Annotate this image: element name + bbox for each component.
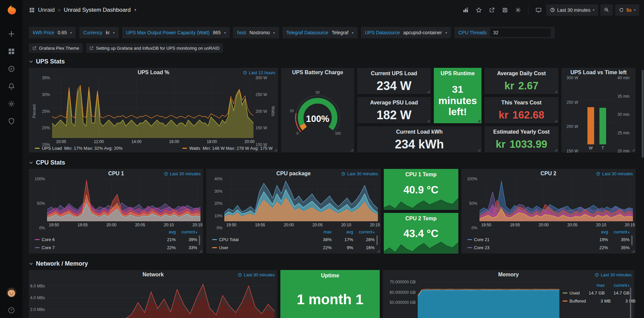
zoom-out-button[interactable] (600, 4, 613, 16)
panel-title[interactable]: Average PSU Load (357, 97, 431, 107)
section-header-network-memory[interactable]: Network / Memory (29, 260, 644, 267)
legend-series-name[interactable]: CPU Total (219, 237, 310, 242)
legend-column-max[interactable]: max (310, 229, 332, 234)
legend-row: Core 2119%35% (467, 235, 630, 243)
panel-time-range[interactable]: Last 30 minutes (596, 169, 633, 178)
panel-time-range[interactable]: Last 30 minutes (595, 270, 632, 279)
tv-mode-button[interactable] (533, 5, 544, 15)
panel-title[interactable]: UPS Load vs Time left (570, 70, 627, 76)
plot-area[interactable] (580, 78, 615, 144)
legend-series-name[interactable]: User (219, 245, 310, 250)
variable-ups-datasource[interactable]: UPS Datasourceapcupsd-container▾ (361, 27, 451, 38)
panel-title[interactable]: UPS Load % (138, 70, 169, 76)
section-header-ups[interactable]: UPS Stats (29, 58, 644, 65)
legend-column-avg[interactable]: avg (154, 229, 176, 234)
panel-title[interactable]: CPU package (276, 171, 311, 177)
legend-scrollbar[interactable] (199, 235, 200, 251)
plot-area[interactable] (52, 78, 254, 138)
panel-title[interactable]: UPS Runtime (434, 68, 481, 78)
share-dashboard-button[interactable] (487, 5, 497, 15)
page-scrollbar-thumb[interactable] (642, 70, 644, 158)
panel-title[interactable]: Current Load kWh (357, 126, 481, 136)
legend-series-name[interactable]: Core 23 (474, 245, 587, 250)
panel-title[interactable]: Uptime (280, 270, 380, 280)
cpu-package-chart: 40%30%20%10%0%19:5019:5520:0020:0520:102… (206, 178, 380, 254)
sidebar-configuration-gear-icon[interactable] (7, 99, 16, 108)
panel-title[interactable]: This Years Cost (485, 97, 558, 107)
save-dashboard-button[interactable] (500, 5, 510, 15)
help-icon[interactable]: ? (7, 306, 16, 315)
legend-scrollbar[interactable] (631, 235, 633, 251)
legend-column-max[interactable]: max (580, 283, 605, 288)
legend-header: maxavgcurrent▾ (212, 228, 374, 235)
add-panel-button[interactable] (460, 5, 471, 15)
variable-host[interactable]: hostNostromo▾ (233, 27, 279, 38)
time-range-picker[interactable]: Last 30 minutes ▾ (546, 4, 598, 16)
plot-area[interactable] (479, 179, 633, 221)
sidebar-admin-shield-icon[interactable] (7, 117, 16, 126)
panel-title[interactable]: Current UPS Load (357, 68, 431, 78)
legend-series-name[interactable]: Core 21 (474, 237, 587, 242)
legend-column-current[interactable]: current▾ (605, 283, 630, 288)
variable-telegraf-datasource[interactable]: Telegraf DatasourceTelegraf▾ (282, 27, 358, 38)
x-tick: 14:00 (131, 139, 141, 144)
dashboard-link[interactable]: Setting up Grafana and InfluxDB for UPS … (86, 43, 223, 53)
user-avatar[interactable] (6, 287, 17, 298)
legend-series-name[interactable]: Watts (189, 146, 200, 151)
panel-time-range[interactable]: Last 30 minutes (164, 169, 201, 178)
refresh-controls[interactable]: 5s ▾ (615, 4, 639, 16)
legend-column-current[interactable]: current▾ (608, 229, 630, 234)
legend-series-name[interactable]: Buffered (569, 299, 586, 304)
star-dashboard-button[interactable] (473, 5, 484, 15)
chevron-down-icon[interactable]: ▾ (134, 8, 136, 12)
dashboard-settings-button[interactable] (513, 5, 523, 15)
y-axis-left: 70.000000 GB60.000000 GB50.000000 GB (385, 280, 418, 318)
dashboard-link[interactable]: Grafana Plex Theme (29, 43, 83, 53)
plot-area[interactable] (47, 280, 275, 318)
plot-area[interactable] (47, 179, 200, 221)
sidebar-alerting-icon[interactable] (7, 82, 16, 91)
breadcrumb-folder[interactable]: Unraid (38, 7, 55, 13)
legend-series-name[interactable]: Core 7 (42, 245, 154, 250)
variable-input[interactable] (490, 28, 551, 37)
legend-scrollbar[interactable] (630, 287, 631, 318)
panel-title[interactable]: CPU 2 (541, 171, 556, 177)
page-scrollbar (642, 20, 644, 317)
legend-column-current[interactable]: current▾ (176, 229, 197, 234)
panel-title[interactable]: CPU 1 Temp (384, 169, 458, 179)
panel-title[interactable]: CPU 1 (108, 171, 124, 177)
stat-value: 234 W (376, 79, 411, 93)
grafana-logo[interactable] (5, 3, 18, 17)
panel-title[interactable]: Memory (498, 272, 519, 278)
panel-time-range[interactable]: Last 30 minutes (238, 270, 275, 279)
x-tick: 20:15 (370, 223, 380, 227)
variable-currency[interactable]: Currencykr▾ (79, 27, 119, 38)
legend-column-avg[interactable]: avg (587, 229, 608, 234)
panel-title[interactable]: Average Daily Cost (485, 68, 558, 78)
panel-time-range[interactable]: Last 30 minutes (341, 169, 378, 178)
y-tick: 35 min (617, 94, 630, 99)
panel-title[interactable]: Network (142, 272, 164, 278)
star-icon (476, 7, 482, 13)
plot-area[interactable] (418, 280, 559, 318)
sidebar-create-icon[interactable] (7, 30, 16, 38)
variable-kwh-price[interactable]: kWh Price0.65▾ (29, 27, 76, 38)
legend-series-name[interactable]: Core 6 (42, 237, 154, 242)
legend-series-name[interactable]: Used (569, 290, 580, 296)
variable-cpu-threads[interactable]: CPU Threads (454, 27, 555, 38)
legend-column-avg[interactable]: avg (332, 229, 353, 234)
panel-title[interactable]: Estimated Yearly Cost (485, 126, 558, 136)
variable-ups-max-output-power-capacity-watt-[interactable]: UPS Max Output Power Capacity (Watt)865▾ (122, 27, 230, 38)
panel-title[interactable]: UPS Battery Charge (292, 70, 343, 76)
legend-column-current[interactable]: current▾ (353, 229, 375, 234)
breadcrumb-dashboard-title[interactable]: Unraid System Dashboard (64, 7, 131, 13)
legend-scrollbar[interactable] (376, 235, 378, 251)
refresh-interval-label: 5s (626, 7, 632, 13)
y-tick: 20 min (617, 149, 630, 153)
plot-area[interactable] (224, 179, 378, 221)
section-header-cpu[interactable]: CPU Stats (29, 159, 644, 166)
panel-title[interactable]: CPU 2 Temp (384, 213, 458, 223)
sidebar-explore-icon[interactable] (7, 64, 16, 73)
sidebar-dashboards-icon[interactable] (7, 47, 16, 56)
chart-body: 100%50%0%19:5019:5520:0020:0520:1020:15 (464, 179, 633, 228)
